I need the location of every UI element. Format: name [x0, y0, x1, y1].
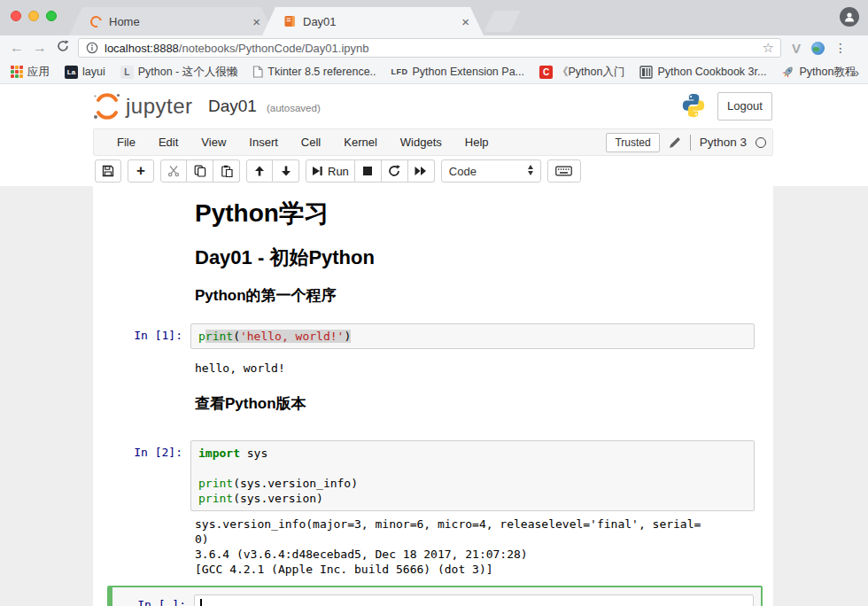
text-cursor [200, 599, 202, 606]
move-cell-down-button[interactable] [273, 159, 299, 183]
notebook-background: Python学习 Day01 - 初始Python Python的第一个程序 I… [0, 186, 868, 606]
scissors-icon [167, 165, 180, 177]
add-cell-button[interactable]: + [128, 159, 154, 183]
zoom-window-button[interactable] [46, 11, 57, 21]
minimize-window-button[interactable] [28, 11, 39, 21]
trusted-badge[interactable]: Trusted [606, 133, 659, 152]
bookmark-label: Tkinter 8.5 reference.. [267, 66, 376, 78]
back-icon[interactable]: ← [5, 36, 28, 59]
bookmark-label: layui [82, 66, 105, 78]
menu-edit[interactable]: Edit [147, 129, 190, 155]
input-prompt: In [1]: [93, 323, 190, 349]
menu-widgets[interactable]: Widgets [389, 129, 453, 155]
bookmark-label: Python Cookbook 3r... [657, 66, 766, 78]
bookmark-star-icon[interactable]: ☆ [763, 40, 774, 56]
cut-cell-button[interactable] [160, 159, 187, 183]
menu-insert[interactable]: Insert [237, 129, 290, 155]
separator [690, 135, 691, 151]
traffic-lights [11, 11, 57, 21]
select-carets-icon [528, 165, 533, 175]
bookmark-python-blog[interactable]: L Python - 这个人很懒 [120, 65, 238, 80]
extension-v-icon[interactable]: V [792, 41, 801, 56]
bookmark-python-intro[interactable]: C 《Python入门 [539, 65, 624, 80]
jupyter-toolbar: + [0, 156, 868, 186]
run-button[interactable]: Run [306, 159, 355, 183]
logout-button[interactable]: Logout [717, 92, 772, 120]
restart-run-all-button[interactable] [408, 159, 435, 183]
csdn-c-icon: C [539, 66, 553, 79]
code-input-area[interactable] [194, 594, 754, 606]
code-cell-1: In [1]: print('hello, world!') [93, 323, 755, 349]
code-input-area[interactable]: print('hello, world!') [190, 323, 755, 349]
menu-cell[interactable]: Cell [290, 129, 332, 155]
globe-extension-icon[interactable] [811, 42, 825, 55]
bookmark-tkinter[interactable]: Tkinter 8.5 reference.. [252, 66, 376, 78]
reload-icon[interactable] [51, 36, 74, 59]
bookmarks-overflow-icon[interactable]: » [852, 65, 859, 80]
jupyter-menubar-row: File Edit View Insert Cell Kernel Widget… [0, 128, 868, 156]
tab-title: Home [109, 15, 251, 28]
cell-1-output: hello, world! [195, 361, 285, 376]
rocket-icon [781, 66, 794, 79]
paste-cell-button[interactable] [213, 159, 240, 183]
url-bar[interactable]: localhost:8888/notebooks/PythonCode/Day0… [78, 38, 781, 58]
input-prompt: In [2]: [93, 440, 190, 511]
code-input-area[interactable]: import sys print(sys.version_info)print(… [190, 440, 755, 511]
browser-toolbar: ← → localhost:8888/notebooks/PythonCode/… [0, 35, 868, 60]
fast-forward-icon [415, 165, 427, 177]
jupyter-brand-text[interactable]: jupyter [126, 94, 193, 119]
command-palette-button[interactable] [547, 159, 581, 183]
chrome-menu-icon[interactable]: ⋮ [834, 41, 847, 55]
menu-file[interactable]: File [105, 129, 147, 155]
url-path: /notebooks/PythonCode/Day01.ipynb [179, 42, 369, 55]
jupyter-spinner-icon [89, 13, 105, 29]
pencil-icon[interactable] [669, 136, 681, 149]
jupyter-menubar: File Edit View Insert Cell Kernel Widget… [93, 128, 773, 156]
interrupt-kernel-button[interactable] [355, 159, 382, 183]
letter-l-icon: L [120, 66, 134, 79]
markdown-heading-3[interactable]: Python的第一个程序 [195, 285, 337, 306]
new-tab-button[interactable] [484, 11, 521, 32]
layui-icon: La [65, 66, 78, 79]
move-cell-up-button[interactable] [246, 159, 273, 183]
bookmark-apps[interactable]: 应用 [11, 65, 50, 80]
info-icon[interactable] [86, 42, 98, 54]
stop-icon [362, 166, 373, 176]
url-host: localhost:8888 [105, 42, 179, 55]
tab-close-icon[interactable]: × [251, 14, 262, 29]
browser-tabstrip: Home × Day01 × [0, 0, 868, 35]
code-cell-3-selected[interactable]: In [ ]: [107, 586, 763, 606]
close-window-button[interactable] [11, 11, 21, 21]
menu-help[interactable]: Help [453, 129, 500, 155]
bookmark-python-tutorial[interactable]: Python教程 [781, 65, 856, 80]
tab-close-icon[interactable]: × [460, 14, 471, 29]
markdown-heading-1[interactable]: Python学习 [195, 197, 329, 230]
bookmark-python-cookbook[interactable]: Python Cookbook 3r... [639, 66, 766, 79]
browser-tab-home[interactable]: Home × [69, 7, 275, 35]
bookmark-label: Python教程 [799, 65, 856, 80]
cell-type-value: Code [449, 165, 477, 178]
copy-cell-button[interactable] [187, 159, 213, 183]
bookmark-python-extension[interactable]: LFD Python Extension Pa... [391, 66, 524, 78]
keyboard-icon [555, 165, 572, 177]
jupyter-logo-icon[interactable] [92, 91, 122, 121]
notebook-title[interactable]: Day01 [208, 97, 257, 116]
cell-2-output: sys.version_info(major=3, minor=6, micro… [195, 517, 704, 577]
bookmark-layui[interactable]: La layui [65, 66, 105, 79]
browser-tab-day01[interactable]: Day01 × [262, 7, 484, 35]
floppy-icon [102, 165, 114, 177]
save-button[interactable] [95, 159, 121, 183]
checkpoint-status: (autosaved) [267, 103, 321, 113]
copy-icon [194, 165, 206, 177]
bookmark-label: 应用 [27, 65, 50, 80]
forward-icon[interactable]: → [28, 36, 51, 59]
markdown-heading-3[interactable]: 查看Python版本 [195, 393, 306, 414]
cell-type-select[interactable]: Code [441, 159, 541, 183]
markdown-heading-2[interactable]: Day01 - 初始Python [195, 245, 375, 271]
restart-kernel-button[interactable] [382, 159, 408, 183]
menu-kernel[interactable]: Kernel [332, 129, 389, 155]
profile-avatar-icon[interactable] [840, 7, 859, 27]
paste-icon [221, 165, 233, 177]
menu-view[interactable]: View [190, 129, 237, 155]
bookmark-label: Python - 这个人很懒 [138, 65, 238, 80]
